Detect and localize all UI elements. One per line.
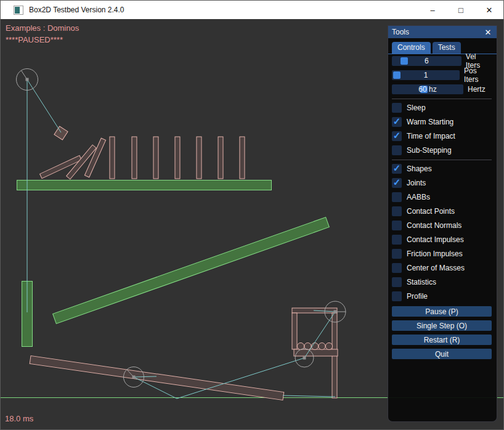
tab-controls[interactable]: Controls: [392, 42, 431, 54]
slider-label: Hertz: [468, 85, 486, 94]
check-row: Profile: [392, 291, 492, 301]
panel-close-icon[interactable]: ✕: [483, 28, 493, 37]
check-row: Friction Impulses: [392, 249, 492, 259]
check-label: Shapes: [407, 164, 432, 173]
checkbox-warm-starting[interactable]: ✓: [392, 117, 402, 127]
checkbox-joints[interactable]: ✓: [392, 178, 402, 188]
single-step-o-button[interactable]: Single Step (O): [392, 320, 492, 331]
dynamic-bodies: [30, 126, 338, 400]
checkbox-friction-impulses[interactable]: [392, 249, 402, 259]
check-label: Center of Masses: [407, 264, 465, 272]
checkmark-icon: ✓: [392, 163, 402, 174]
titlebar: Box2D Testbed Version 2.4.0 – □ ✕: [1, 1, 503, 19]
slider-row: 6Vel Iters: [392, 56, 492, 66]
check-label: Warm Starting: [407, 118, 453, 126]
close-button[interactable]: ✕: [475, 1, 503, 19]
slider-value: 6: [392, 56, 461, 66]
seesaw-plank: [30, 355, 284, 400]
restart-r-button[interactable]: Restart (R): [392, 335, 492, 345]
app-window: Box2D Testbed Version 2.4.0 – □ ✕: [0, 0, 504, 430]
check-label: Profile: [407, 292, 428, 301]
pendulum-box: [54, 126, 68, 140]
slider-row: 60 hzHertz: [392, 84, 492, 94]
slider-row: 1Pos Iters: [392, 70, 492, 80]
tab-tests[interactable]: Tests: [433, 42, 461, 54]
check-row: AABBs: [392, 192, 492, 202]
check-label: Statistics: [407, 278, 436, 286]
frame-time-label: 18.0 ms: [5, 414, 33, 423]
check-label: Time of Impact: [407, 132, 455, 140]
slider-hertz[interactable]: 60 hz: [392, 84, 463, 94]
minimize-button[interactable]: –: [418, 1, 447, 19]
check-row: Statistics: [392, 277, 492, 287]
checkbox-sub-stepping[interactable]: [392, 145, 402, 155]
check-label: Joints: [407, 179, 426, 187]
check-row: ✓Shapes: [392, 164, 492, 174]
checkbox-contact-normals[interactable]: [392, 221, 402, 230]
example-label: Examples : Dominos: [6, 23, 79, 33]
check-label: Contact Impulses: [407, 235, 464, 244]
check-row: Sub-Stepping: [392, 145, 492, 155]
check-label: Sleep: [407, 103, 426, 112]
static-bodies: [17, 181, 330, 347]
slider-vel-iters[interactable]: 6: [392, 56, 461, 66]
paused-label: ****PAUSED****: [6, 35, 63, 44]
tools-panel: Tools ✕ ControlsTests 6Vel Iters1Pos Ite…: [388, 25, 497, 422]
quit-button[interactable]: Quit: [392, 349, 492, 359]
check-row: Contact Points: [392, 206, 492, 216]
check-label: Friction Impulses: [407, 249, 463, 258]
checkmark-icon: ✓: [392, 130, 402, 141]
slider-value: 60 hz: [392, 84, 463, 94]
checkbox-contact-points[interactable]: [392, 206, 402, 216]
checkmark-icon: ✓: [392, 116, 402, 127]
check-row: Contact Impulses: [392, 235, 492, 245]
tools-panel-title: Tools: [392, 28, 483, 36]
check-label: Contact Normals: [407, 221, 461, 230]
check-label: Contact Points: [407, 207, 455, 216]
check-row: Sleep: [392, 103, 492, 113]
slider-value: 1: [392, 70, 460, 80]
checkbox-time-of-impact[interactable]: ✓: [392, 131, 402, 141]
checkbox-sleep[interactable]: [392, 103, 402, 113]
maximize-button[interactable]: □: [447, 1, 475, 19]
pause-p-button[interactable]: Pause (P): [392, 306, 492, 317]
app-icon: [14, 6, 23, 15]
check-label: AABBs: [407, 193, 430, 201]
check-row: Contact Normals: [392, 221, 492, 230]
check-row: ✓Time of Impact: [392, 131, 492, 141]
domino-platform: [17, 181, 272, 190]
tools-panel-titlebar[interactable]: Tools ✕: [388, 26, 497, 38]
checkmark-icon: ✓: [392, 177, 402, 188]
window-title: Box2D Testbed Version 2.4.0: [29, 6, 124, 14]
separator: [392, 160, 492, 160]
check-row: Center of Masses: [392, 263, 492, 273]
checkbox-aabbs[interactable]: [392, 192, 402, 202]
angled-plank: [53, 217, 330, 324]
checkbox-contact-impulses[interactable]: [392, 235, 402, 245]
checkbox-profile[interactable]: [392, 291, 402, 301]
checkbox-statistics[interactable]: [392, 277, 402, 287]
check-row: ✓Joints: [392, 178, 492, 188]
check-label: Sub-Stepping: [407, 146, 452, 155]
slider-label: Pos Iters: [464, 67, 492, 84]
separator: [392, 99, 492, 99]
checkbox-center-of-masses[interactable]: [392, 263, 402, 273]
slider-pos-iters[interactable]: 1: [392, 70, 460, 80]
checkbox-shapes[interactable]: ✓: [392, 164, 402, 174]
check-row: ✓Warm Starting: [392, 117, 492, 127]
